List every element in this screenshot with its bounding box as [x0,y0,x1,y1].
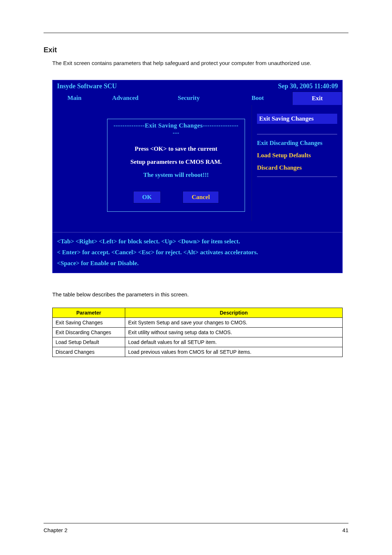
menu-exit-saving-changes[interactable]: Exit Saving Changes [257,114,337,124]
td-desc: Exit utility without saving setup data t… [125,328,343,337]
bios-title: Insyde Software SCU [57,82,117,90]
bios-datetime: Sep 30, 2005 11:40:09 [278,82,338,90]
bios-help: <Tab> <Right> <Left> for block select. <… [53,232,342,273]
exit-saving-dialog: --------------Exit Saving Changes-------… [107,119,245,212]
td-desc: Load default values for all SETUP item. [125,337,343,347]
bios-header: Insyde Software SCU Sep 30, 2005 11:40:0… [53,80,342,92]
help-line-2: < Enter> for accept. <Cancel> <Esc> for … [57,247,338,258]
menu-load-setup-defaults[interactable]: Load Setup Defaults [257,152,337,159]
td-param: Exit Saving Changes [53,318,125,328]
table-row: Discard Changes Load previous values fro… [53,347,343,357]
td-desc: Exit System Setup and save your changes … [125,318,343,328]
bios-body: --------------Exit Saving Changes-------… [53,105,342,221]
section-heading: Exit [44,46,348,54]
dialog-buttons: OK Cancel [113,191,240,203]
menu-divider-bottom [257,177,337,177]
help-line-1: <Tab> <Right> <Left> for block select. <… [57,236,338,247]
bios-window: Insyde Software SCU Sep 30, 2005 11:40:0… [52,80,343,273]
tab-advanced[interactable]: Advanced [96,92,154,105]
footer-left: Chapter 2 [44,527,68,533]
dialog-line3: The system will reboot!!! [113,171,240,179]
td-param: Exit Discarding Changes [53,328,125,337]
table-header-row: Parameter Description [53,308,343,318]
page-footer: Chapter 2 41 [44,523,348,533]
th-parameter: Parameter [53,308,125,318]
menu-divider [257,134,337,134]
help-line-3: <Space> for Enable or Disable. [57,258,338,269]
tab-boot[interactable]: Boot [223,92,292,105]
table-intro: The table below describes the parameters… [52,291,348,297]
dialog-line2: Setup parameters to CMOS RAM. [113,158,240,166]
cancel-button[interactable]: Cancel [183,191,219,203]
dialog-line1: Press <OK> to save the current [113,145,240,153]
footer-right: 41 [342,527,348,533]
ok-button[interactable]: OK [133,191,161,203]
section-intro: The Exit screen contains parameters that… [52,60,348,66]
table-row: Exit Saving Changes Exit System Setup an… [53,318,343,328]
menu-discard-changes[interactable]: Discard Changes [257,164,337,171]
td-param: Discard Changes [53,347,125,357]
top-rule [44,33,348,33]
parameter-table: Parameter Description Exit Saving Change… [52,308,343,357]
th-description: Description [125,308,343,318]
table-row: Load Setup Default Load default values f… [53,337,343,347]
tab-main[interactable]: Main [53,92,96,105]
dialog-title: --------------Exit Saving Changes-------… [113,119,240,139]
tab-exit[interactable]: Exit [292,92,342,105]
td-param: Load Setup Default [53,337,125,347]
bios-tabs: Main Advanced Security Boot Exit [53,92,342,105]
bios-right-pane: Exit Saving Changes Exit Discarding Chan… [252,105,342,221]
menu-exit-discarding-changes[interactable]: Exit Discarding Changes [257,139,337,147]
table-row: Exit Discarding Changes Exit utility wit… [53,328,343,337]
tab-security[interactable]: Security [154,92,223,105]
td-desc: Load previous values from CMOS for all S… [125,347,343,357]
bios-left-pane: --------------Exit Saving Changes-------… [53,105,252,221]
